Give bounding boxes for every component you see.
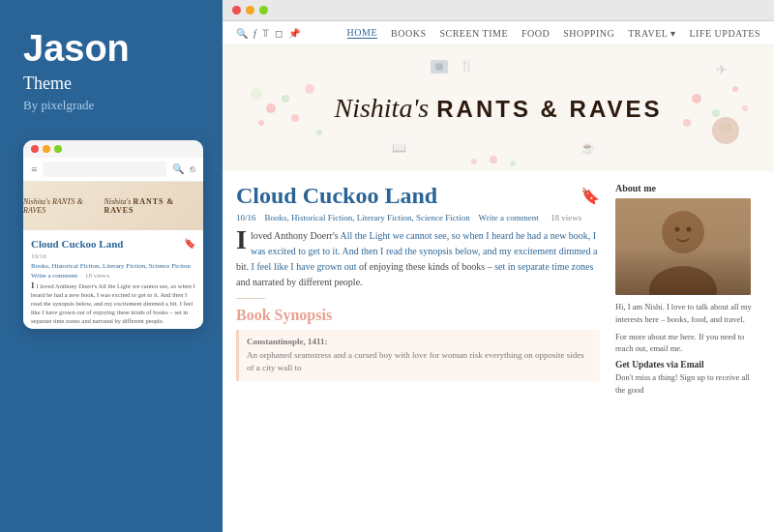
mobile-preview: ≡ 🔍 ⎋ Nishita's RANTS & RAVES Cloud Cuck… bbox=[23, 140, 203, 329]
blog-header-image: ✈ 🍴 📖 ☕ Nishita's RANTS & RAVES bbox=[223, 45, 774, 171]
mobile-content: Nishita's RANTS & RAVES Cloud Cuckoo Lan… bbox=[23, 182, 203, 329]
article-section: Cloud Cuckoo Land 🔖 10/16 Books, Histori… bbox=[236, 183, 600, 524]
article-body: I loved Anthony Doerr's All the Light we… bbox=[236, 228, 600, 290]
article-divider bbox=[236, 298, 265, 299]
mobile-dot-yellow bbox=[43, 145, 50, 153]
chrome-dot-green bbox=[259, 6, 268, 15]
svg-text:🍴: 🍴 bbox=[460, 58, 474, 73]
instagram-icon[interactable]: ◻ bbox=[275, 28, 283, 39]
mobile-article: Cloud Cuckoo Land 🔖 10/16 Books, Histori… bbox=[23, 230, 203, 329]
svg-point-10 bbox=[712, 109, 720, 117]
facebook-icon[interactable]: f bbox=[253, 28, 256, 39]
svg-point-16 bbox=[490, 156, 497, 163]
highlight-4: set in separate time zones bbox=[494, 261, 593, 272]
mobile-search-bar bbox=[43, 162, 166, 177]
svg-point-14 bbox=[742, 105, 748, 111]
theme-label: Theme bbox=[23, 74, 199, 94]
svg-rect-7 bbox=[431, 60, 448, 74]
synopsis-title: Book Synopsis bbox=[236, 307, 600, 324]
avatar-image bbox=[615, 198, 751, 295]
svg-point-11 bbox=[732, 86, 738, 92]
svg-point-13 bbox=[720, 122, 731, 133]
svg-point-22 bbox=[712, 117, 739, 144]
nav-social-icons: 🔍 f 𝕋 ◻ 📌 bbox=[236, 28, 300, 39]
mobile-blog-header-image: Nishita's RANTS & RAVES bbox=[23, 182, 203, 230]
mobile-blog-title: Nishita's RANTS & RAVES bbox=[104, 197, 203, 215]
svg-point-1 bbox=[282, 95, 289, 103]
left-sidebar: Jason Theme By pixelgrade ≡ 🔍 ⎋ Nishita'… bbox=[0, 0, 223, 532]
browser-content: 🔍 f 𝕋 ◻ 📌 HOME BOOKS SCREEN TIME FOOD SH… bbox=[223, 21, 774, 532]
nav-links: HOME BOOKS SCREEN TIME FOOD SHOPPING TRA… bbox=[347, 27, 760, 39]
svg-point-3 bbox=[291, 114, 299, 122]
blog-title-italic: Nishita's bbox=[334, 93, 429, 123]
svg-text:✈: ✈ bbox=[716, 63, 728, 77]
pinterest-icon[interactable]: 📌 bbox=[288, 28, 300, 39]
content-grid: Cloud Cuckoo Land 🔖 10/16 Books, Histori… bbox=[223, 171, 774, 532]
svg-text:📖: 📖 bbox=[392, 140, 406, 155]
nav-life-updates[interactable]: LIFE UPDATES bbox=[689, 28, 760, 39]
browser-chrome bbox=[223, 0, 774, 21]
article-title: Cloud Cuckoo Land bbox=[236, 183, 437, 209]
article-meta: 10/16 Books, Historical Fiction, Literar… bbox=[236, 213, 600, 222]
nav-screen-time[interactable]: SCREEN TIME bbox=[439, 28, 508, 39]
svg-point-18 bbox=[471, 159, 477, 164]
svg-point-0 bbox=[266, 103, 276, 113]
mobile-write-comment: Write a comment 18 views bbox=[31, 272, 195, 280]
about-me-text: Hi, I am Nishi. I love to talk about all… bbox=[615, 301, 760, 326]
mobile-body-text: I I loved Anthony Doerr's All the Light … bbox=[31, 281, 195, 325]
contact-text: For more about me here. If you need to r… bbox=[615, 331, 760, 356]
svg-point-8 bbox=[435, 63, 443, 71]
mobile-views: 18 views bbox=[85, 272, 109, 280]
article-date: 10/16 bbox=[236, 213, 256, 222]
highlight-1: All the Light we cannot see bbox=[341, 230, 447, 241]
mobile-dot-green bbox=[54, 145, 62, 153]
chrome-dot-yellow bbox=[246, 6, 254, 15]
side-panel: About me bbox=[615, 183, 760, 524]
highlight-3: I feel like I have grown out bbox=[252, 261, 357, 272]
article-categories: Books, Historical Fiction, Literary Fict… bbox=[265, 213, 470, 222]
mobile-bookmark-icon: 🔖 bbox=[184, 238, 195, 249]
updates-text: Don't miss a thing! Sign up to receive a… bbox=[615, 371, 760, 397]
mobile-dot-red bbox=[31, 145, 39, 153]
mobile-chrome-bar bbox=[23, 140, 203, 158]
updates-title: Get Updates via Email bbox=[615, 360, 760, 369]
svg-point-4 bbox=[251, 88, 262, 100]
nav-home[interactable]: HOME bbox=[347, 27, 377, 39]
article-bookmark-icon: 🔖 bbox=[580, 187, 600, 205]
site-nav: 🔍 f 𝕋 ◻ 📌 HOME BOOKS SCREEN TIME FOOD SH… bbox=[223, 21, 774, 45]
synopsis-text: An orphaned seamstress and a cursed boy … bbox=[247, 350, 584, 373]
svg-point-6 bbox=[316, 130, 322, 135]
main-area: 🔍 f 𝕋 ◻ 📌 HOME BOOKS SCREEN TIME FOOD SH… bbox=[223, 0, 774, 532]
mobile-menu-icon[interactable]: ≡ bbox=[31, 163, 37, 175]
search-icon[interactable]: 🔍 bbox=[236, 28, 248, 39]
mobile-search-icon[interactable]: 🔍 bbox=[172, 163, 184, 174]
svg-point-9 bbox=[692, 94, 701, 103]
blog-title-bold: RANTS & RAVES bbox=[436, 96, 662, 122]
mobile-article-title: Cloud Cuckoo Land bbox=[31, 238, 123, 250]
nav-travel[interactable]: TRAVEL ▾ bbox=[628, 28, 675, 39]
mobile-toolbar-icons: ≡ bbox=[31, 163, 37, 175]
nav-food[interactable]: FOOD bbox=[521, 28, 550, 39]
svg-text:☕: ☕ bbox=[580, 140, 595, 155]
blog-header-title: Nishita's RANTS & RAVES bbox=[334, 93, 662, 124]
article-views: 18 views bbox=[551, 213, 581, 222]
by-label: By pixelgrade bbox=[23, 98, 199, 113]
mobile-toolbar: ≡ 🔍 ⎋ bbox=[23, 158, 203, 182]
nav-shopping[interactable]: SHOPPING bbox=[563, 28, 614, 39]
svg-point-5 bbox=[305, 84, 314, 94]
svg-point-25 bbox=[649, 266, 717, 295]
svg-point-17 bbox=[510, 161, 516, 166]
svg-rect-28 bbox=[615, 198, 751, 295]
mobile-categories: Books, Historical Fiction, Literary Fict… bbox=[31, 262, 195, 270]
svg-point-2 bbox=[258, 120, 264, 126]
twitter-icon[interactable]: 𝕋 bbox=[262, 28, 269, 39]
chrome-dot-red bbox=[232, 6, 241, 15]
mobile-action-icon[interactable]: ⎋ bbox=[190, 163, 195, 174]
synopsis-quote: Constantinople, 1411: An orphaned seamst… bbox=[236, 330, 600, 381]
mobile-meta-date: 10/16 bbox=[31, 252, 195, 260]
svg-point-12 bbox=[683, 119, 691, 127]
nav-books[interactable]: BOOKS bbox=[391, 28, 426, 39]
write-comment-link[interactable]: Write a comment bbox=[479, 213, 539, 222]
about-me-title: About me bbox=[615, 183, 760, 193]
avatar bbox=[615, 198, 751, 295]
